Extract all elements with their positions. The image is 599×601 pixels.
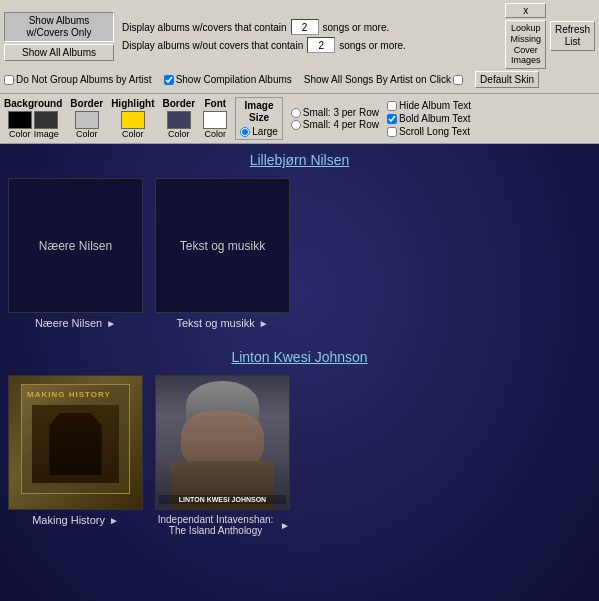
donotgroup-row: Do Not Group Albums by Artist	[4, 74, 152, 85]
display-options: Display albums w/covers that contain son…	[122, 19, 501, 53]
scroll-long-row: Scroll Long Text	[387, 126, 471, 137]
small3-radio-row: Small: 3 per Row	[291, 107, 379, 118]
album-text-options: Hide Album Text Bold Album Text Scroll L…	[387, 100, 471, 137]
highlight-group: Highlight Color	[111, 98, 154, 139]
border2-color-swatch[interactable]	[167, 111, 191, 129]
toolbar: Show Albums w/Covers Only Show All Album…	[0, 0, 599, 94]
border-group1: Border Color	[70, 98, 103, 139]
donotgroup-checkbox[interactable]	[4, 75, 14, 85]
toolbar-row2: Do Not Group Albums by Artist Show Compi…	[4, 71, 595, 88]
artist-section-lilleborg: Lillebjørn Nilsen Næere Nilsen Næere Nil…	[8, 152, 591, 329]
background-color-group: Color	[8, 111, 32, 139]
album-cover-making-history[interactable]: MAKING HISTORY	[8, 375, 143, 510]
image-size-group: Image Size Large	[235, 97, 283, 140]
donotgroup-label: Do Not Group Albums by Artist	[16, 74, 152, 85]
scroll-long-label: Scroll Long Text	[399, 126, 470, 137]
large-radio-row: Large	[240, 126, 278, 137]
large-radio[interactable]	[240, 127, 250, 137]
border1-color-group: Color	[75, 111, 99, 139]
display1-suffix: songs or more.	[323, 22, 390, 33]
font-color-swatch[interactable]	[203, 111, 227, 129]
border-group2: Border Color	[162, 98, 195, 139]
default-skin-button[interactable]: Default Skin	[475, 71, 539, 88]
artist-name-lilleborg[interactable]: Lillebjørn Nilsen	[8, 152, 591, 168]
bold-album-checkbox[interactable]	[387, 114, 397, 124]
small3-label: Small: 3 per Row	[303, 107, 379, 118]
play-arrow-independant[interactable]: ►	[280, 520, 290, 531]
display2-input[interactable]	[307, 37, 335, 53]
border2-color-group: Color	[167, 111, 191, 139]
refresh-button[interactable]: Lookup Missing Cover Images	[505, 20, 546, 69]
font-group: Font Color	[203, 98, 227, 139]
play-arrow-making-history[interactable]: ►	[109, 515, 119, 526]
display1-input[interactable]	[291, 19, 319, 35]
right-buttons: x Lookup Missing Cover Images	[505, 3, 546, 69]
background-color-swatch[interactable]	[8, 111, 32, 129]
toolbar-row1: Show Albums w/Covers Only Show All Album…	[4, 3, 595, 69]
album-title-row-independant: Independant Intavenshan: The Island Anth…	[155, 514, 290, 536]
showallsongs-checkbox[interactable]	[453, 75, 463, 85]
refresh-list-button[interactable]: Refresh List	[550, 21, 595, 51]
background-label: Background	[4, 98, 62, 109]
display-option-row2: Display albums w/out covers that contain…	[122, 37, 501, 53]
border1-color-label: Color	[76, 129, 98, 139]
album-title-independant: Independant Intavenshan: The Island Anth…	[155, 514, 276, 536]
background-color-label: Color	[9, 129, 31, 139]
compilation-checkbox[interactable]	[164, 75, 174, 85]
display-option-row1: Display albums w/covers that contain son…	[122, 19, 501, 35]
compilation-row: Show Compilation Albums	[164, 74, 292, 85]
background-swatches: Color Image	[8, 111, 59, 139]
display2-suffix: songs or more.	[339, 40, 406, 51]
album-cover-tekst[interactable]: Tekst og musikk	[155, 178, 290, 313]
albums-grid-linton: MAKING HISTORY Making History ►	[8, 375, 591, 536]
hide-album-checkbox[interactable]	[387, 101, 397, 111]
small-options: Small: 3 per Row Small: 4 per Row	[291, 107, 379, 130]
highlight-color-swatch[interactable]	[121, 111, 145, 129]
show-albums-covers-button[interactable]: Show Albums w/Covers Only	[4, 12, 114, 42]
showallsongs-row: Show All Songs By Artist on Click	[304, 74, 463, 85]
artist-section-linton: Linton Kwesi Johnson MAKING HISTORY	[8, 349, 591, 536]
highlight-color-group: Color	[121, 111, 145, 139]
play-arrow-tekst[interactable]: ►	[259, 318, 269, 329]
close-button[interactable]: x	[505, 3, 546, 18]
left-buttons: Show Albums w/Covers Only Show All Album…	[4, 12, 114, 61]
bold-album-label: Bold Album Text	[399, 113, 471, 124]
album-cover-naere[interactable]: Næere Nilsen	[8, 178, 143, 313]
hide-album-label: Hide Album Text	[399, 100, 471, 111]
album-title-row-making-history: Making History ►	[8, 514, 143, 526]
border1-label: Border	[70, 98, 103, 109]
album-item-naere: Næere Nilsen Næere Nilsen ►	[8, 178, 143, 329]
display2-label: Display albums w/out covers that contain	[122, 40, 303, 51]
background-group: Background Color Image	[4, 98, 62, 139]
album-title-making-history: Making History	[32, 514, 105, 526]
artist-name-linton[interactable]: Linton Kwesi Johnson	[8, 349, 591, 365]
border2-label: Border	[162, 98, 195, 109]
right-buttons2: Refresh List	[550, 21, 595, 51]
main-content: Lillebjørn Nilsen Næere Nilsen Næere Nil…	[0, 144, 599, 601]
scroll-long-checkbox[interactable]	[387, 127, 397, 137]
font-color-group: Color	[203, 111, 227, 139]
large-label: Large	[252, 126, 278, 137]
album-title-row-naere: Næere Nilsen ►	[8, 317, 143, 329]
small4-label: Small: 4 per Row	[303, 119, 379, 130]
image-size-label: Image Size	[240, 100, 278, 124]
highlight-color-label: Color	[122, 129, 144, 139]
display1-label: Display albums w/covers that contain	[122, 22, 287, 33]
highlight-label: Highlight	[111, 98, 154, 109]
album-cover-independant[interactable]: LINTON KWESI JOHNSON	[155, 375, 290, 510]
font-label: Font	[204, 98, 226, 109]
hide-album-row: Hide Album Text	[387, 100, 471, 111]
color-row: Background Color Image Border Color High…	[0, 94, 599, 144]
small4-radio-row: Small: 4 per Row	[291, 119, 379, 130]
album-title-row-tekst: Tekst og musikk ►	[155, 317, 290, 329]
font-color-label: Color	[205, 129, 227, 139]
border1-color-swatch[interactable]	[75, 111, 99, 129]
compilation-label: Show Compilation Albums	[176, 74, 292, 85]
background-image-group: Image	[34, 111, 59, 139]
border2-color-label: Color	[168, 129, 190, 139]
background-image-swatch[interactable]	[34, 111, 58, 129]
small3-radio[interactable]	[291, 108, 301, 118]
show-all-albums-button[interactable]: Show All Albums	[4, 44, 114, 61]
play-arrow-naere[interactable]: ►	[106, 318, 116, 329]
small4-radio[interactable]	[291, 120, 301, 130]
